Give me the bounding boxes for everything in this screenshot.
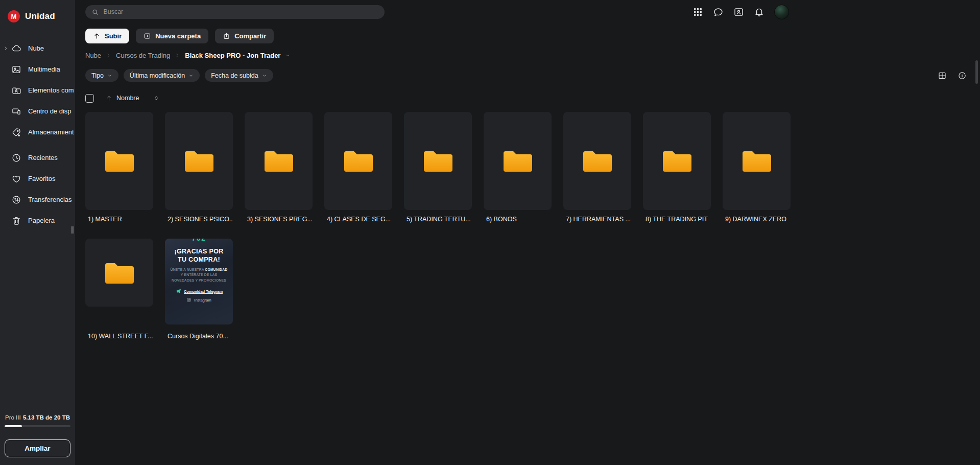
folder-tile[interactable]: 3) SESIONES PREG... xyxy=(245,112,313,223)
sidebar-item-papelera[interactable]: Papelera xyxy=(0,210,75,231)
sidebar-item-label: Elementos com xyxy=(28,86,74,94)
topbar-icons xyxy=(692,0,789,24)
new-folder-button-label: Nueva carpeta xyxy=(155,32,201,40)
sidebar-item-transferencias[interactable]: Transferencias xyxy=(0,189,75,210)
folder-thumbnail xyxy=(404,112,472,210)
sidebar-item-nube[interactable]: Nube xyxy=(0,38,75,59)
image-thumbnail: 702 ¡GRACIAS POR TU COMPRA! ÚNETE A NUES… xyxy=(165,239,233,324)
folder-thumbnail xyxy=(563,112,631,210)
file-name: 3) SESIONES PREG... xyxy=(245,216,313,223)
sidebar-item-label: Favoritos xyxy=(28,175,55,182)
folder-tile[interactable]: 7) HERRAMIENTAS ... xyxy=(563,112,631,223)
breadcrumb: Nube Cursos de Trading Black Sheep PRO -… xyxy=(85,51,980,60)
new-folder-button[interactable]: Nueva carpeta xyxy=(136,29,208,43)
filter-uploaded-label: Fecha de subida xyxy=(211,72,258,79)
storage-icon xyxy=(11,127,21,137)
heart-icon xyxy=(11,174,21,184)
breadcrumb-item[interactable]: Cursos de Trading xyxy=(116,52,170,59)
contacts-button[interactable] xyxy=(733,7,744,17)
search-input[interactable] xyxy=(103,8,378,15)
share-icon xyxy=(223,32,230,40)
media-icon xyxy=(11,64,21,75)
storage-usage: 5.13 TB de 20 TB xyxy=(23,414,70,421)
folder-icon xyxy=(103,148,136,174)
file-name: 8) THE TRADING PIT xyxy=(643,216,711,223)
contact-card-icon xyxy=(733,7,744,17)
thumb-subtitle: ÚNETE A NUESTRA COMUNIDAD Y ENTÉRATE DE … xyxy=(170,267,228,284)
image-file-tile[interactable]: 702 ¡GRACIAS POR TU COMPRA! ÚNETE A NUES… xyxy=(165,239,233,340)
folder-tile[interactable]: 2) SESIONES PSICO... xyxy=(165,112,233,223)
sidebar-item-label: Centro de disp xyxy=(28,107,71,115)
thumb-telegram-link: Comunidad Telegram xyxy=(175,288,223,294)
breadcrumb-current[interactable]: Black Sheep PRO - Jon Trader xyxy=(185,52,280,59)
breadcrumb-item[interactable]: Nube xyxy=(85,52,101,59)
search-bar[interactable] xyxy=(85,5,385,19)
chevron-right-icon xyxy=(175,53,180,58)
trash-icon xyxy=(11,216,21,226)
avatar[interactable] xyxy=(774,5,789,19)
select-all-checkbox[interactable] xyxy=(85,94,94,103)
sidebar-item-recientes[interactable]: Recientes xyxy=(0,147,75,168)
sidebar: M Unidad Nube Multimedia xyxy=(0,0,75,465)
sidebar-item-elementos-compartidos[interactable]: Elementos com xyxy=(0,80,75,101)
sort-direction-toggle[interactable] xyxy=(153,95,159,101)
chat-icon xyxy=(713,7,724,17)
share-button-label: Compartir xyxy=(234,32,266,40)
sort-column-label: Nombre xyxy=(116,95,139,102)
sidebar-item-centro-dispositivos[interactable]: Centro de disp xyxy=(0,101,75,122)
chevron-down-icon[interactable] xyxy=(285,53,291,58)
thumb-clipped-header: 702 xyxy=(169,239,229,243)
sidebar-resize-handle[interactable] xyxy=(71,226,74,234)
filter-modified-chip[interactable]: Última modificación xyxy=(124,69,200,82)
folder-icon xyxy=(342,148,375,174)
sidebar-item-almacenamiento[interactable]: Almacenamient xyxy=(0,122,75,143)
folder-tile[interactable]: 10) WALL STREET F... xyxy=(85,239,153,340)
folder-tile[interactable]: 5) TRADING TERTU... xyxy=(404,112,472,223)
apps-grid-button[interactable] xyxy=(692,7,703,17)
folder-tile[interactable]: 8) THE TRADING PIT xyxy=(643,112,711,223)
plan-name: Pro III xyxy=(5,414,21,421)
sidebar-item-label: Multimedia xyxy=(28,65,60,73)
notifications-button[interactable] xyxy=(754,7,764,17)
upload-button-label: Subir xyxy=(105,32,122,40)
expand-chevron-icon[interactable] xyxy=(3,45,9,51)
folder-icon xyxy=(740,148,773,174)
recents-clock-icon xyxy=(11,153,21,163)
file-name: 5) TRADING TERTU... xyxy=(404,216,472,223)
file-name: 2) SESIONES PSICO... xyxy=(165,216,233,223)
upload-button[interactable]: Subir xyxy=(85,29,129,43)
chat-button[interactable] xyxy=(713,7,724,17)
folder-tile[interactable]: 4) CLASES DE SEG... xyxy=(324,112,392,223)
mega-logo-icon[interactable]: M xyxy=(8,10,20,22)
bell-icon xyxy=(754,7,764,17)
folder-tile[interactable]: 9) DARWINEX ZERO xyxy=(723,112,791,223)
topbar xyxy=(85,0,980,24)
file-grid: 1) MASTER 2) SESIONES PSICO... xyxy=(85,112,980,340)
sidebar-item-multimedia[interactable]: Multimedia xyxy=(0,59,75,80)
sidebar-nav: Nube Multimedia Elementos com Centro de … xyxy=(0,38,75,231)
info-icon[interactable] xyxy=(958,71,967,80)
file-name: 1) MASTER xyxy=(85,216,153,223)
grid-view-icon[interactable] xyxy=(938,71,947,80)
folder-tile[interactable]: 1) MASTER xyxy=(85,112,153,223)
sidebar-item-label: Recientes xyxy=(28,154,58,161)
folder-thumbnail xyxy=(85,239,153,307)
folder-thumbnail xyxy=(723,112,791,210)
upgrade-button[interactable]: Ampliar xyxy=(5,439,70,457)
storage-progress-fill xyxy=(5,425,22,427)
folder-icon xyxy=(422,148,455,174)
apps-grid-icon xyxy=(692,7,703,17)
view-controls xyxy=(938,71,967,80)
filter-type-chip[interactable]: Tipo xyxy=(85,69,118,82)
filter-uploaded-chip[interactable]: Fecha de subida xyxy=(205,69,273,82)
sort-by-name[interactable]: Nombre xyxy=(106,95,139,102)
filter-modified-label: Última modificación xyxy=(130,72,185,79)
sidebar-item-favoritos[interactable]: Favoritos xyxy=(0,168,75,189)
search-icon xyxy=(91,8,99,16)
filter-row: Tipo Última modificación Fecha de subida xyxy=(85,69,980,82)
vertical-scrollbar-thumb[interactable] xyxy=(975,60,978,84)
folder-tile[interactable]: 6) BONOS xyxy=(484,112,552,223)
share-button[interactable]: Compartir xyxy=(215,29,274,43)
chevron-down-icon xyxy=(188,73,194,78)
sidebar-item-label: Transferencias xyxy=(28,196,72,203)
